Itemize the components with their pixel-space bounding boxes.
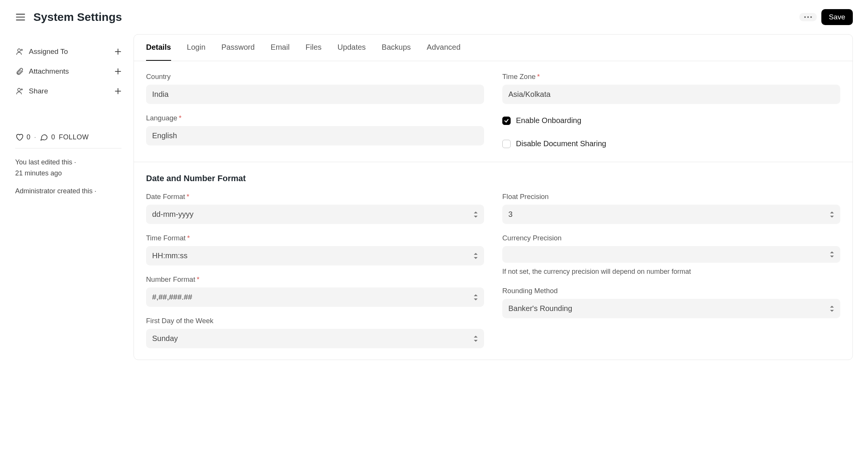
timezone-label: Time Zone* bbox=[502, 73, 840, 81]
field-language: Language* English bbox=[146, 114, 484, 145]
svg-marker-18 bbox=[474, 212, 478, 213]
plus-icon bbox=[115, 68, 121, 75]
language-label: Language* bbox=[146, 114, 484, 122]
svg-marker-30 bbox=[830, 306, 834, 308]
rounding-method-label: Rounding Method bbox=[502, 287, 840, 295]
currency-precision-select[interactable] bbox=[502, 246, 840, 263]
checkbox-label: Enable Onboarding bbox=[516, 116, 581, 125]
svg-marker-21 bbox=[474, 257, 478, 259]
first-day-select[interactable]: Sunday bbox=[146, 329, 484, 348]
follow-button[interactable]: FOLLOW bbox=[59, 133, 89, 141]
more-actions-button[interactable] bbox=[799, 13, 817, 21]
first-day-label: First Day of the Week bbox=[146, 317, 484, 325]
comment-button[interactable]: 0 bbox=[40, 133, 55, 141]
sidebar-item-label: Share bbox=[29, 87, 48, 95]
heart-icon bbox=[15, 133, 24, 141]
checkbox-label: Disable Document Sharing bbox=[516, 139, 606, 148]
sidebar-item-label: Attachments bbox=[29, 67, 69, 76]
date-format-label: Date Format* bbox=[146, 193, 484, 201]
svg-marker-19 bbox=[474, 216, 478, 218]
float-precision-label: Float Precision bbox=[502, 193, 840, 201]
svg-marker-29 bbox=[830, 256, 834, 257]
language-input[interactable]: English bbox=[146, 126, 484, 145]
svg-marker-26 bbox=[830, 212, 834, 213]
select-arrows-icon bbox=[473, 212, 478, 218]
hamburger-icon bbox=[16, 13, 25, 21]
menu-toggle-button[interactable] bbox=[15, 12, 26, 22]
field-number-format: Number Format* #,##,###.## bbox=[146, 275, 484, 307]
currency-precision-help: If not set, the currency precision will … bbox=[502, 267, 840, 277]
select-arrows-icon bbox=[830, 251, 834, 257]
last-edited-info: You last edited this · 21 minutes ago bbox=[15, 157, 121, 179]
page-title: System Settings bbox=[33, 11, 799, 24]
country-label: Country bbox=[146, 73, 484, 81]
tab-login[interactable]: Login bbox=[187, 35, 206, 61]
select-arrows-icon bbox=[830, 306, 834, 312]
tab-bar: Details Login Password Email Files Updat… bbox=[134, 35, 852, 61]
tab-email[interactable]: Email bbox=[270, 35, 289, 61]
currency-precision-label: Currency Precision bbox=[502, 234, 840, 242]
like-button[interactable]: 0 bbox=[15, 133, 30, 141]
checkbox-empty-icon bbox=[502, 140, 511, 148]
float-precision-select[interactable]: 3 bbox=[502, 205, 840, 224]
select-arrows-icon bbox=[830, 212, 834, 218]
section-title-date-number: Date and Number Format bbox=[146, 174, 840, 183]
field-currency-precision: Currency Precision If not set, the curre… bbox=[502, 234, 840, 277]
field-time-format: Time Format* HH:mm:ss bbox=[146, 234, 484, 265]
svg-point-3 bbox=[804, 16, 806, 18]
tab-files[interactable]: Files bbox=[305, 35, 321, 61]
svg-marker-23 bbox=[474, 298, 478, 300]
sidebar-item-label: Assigned To bbox=[29, 47, 68, 56]
country-input[interactable]: India bbox=[146, 85, 484, 104]
tab-backups[interactable]: Backups bbox=[382, 35, 411, 61]
svg-marker-25 bbox=[474, 340, 478, 342]
save-button[interactable]: Save bbox=[821, 9, 853, 25]
svg-marker-20 bbox=[474, 253, 478, 255]
svg-marker-24 bbox=[474, 336, 478, 338]
timezone-input[interactable]: Asia/Kolkata bbox=[502, 85, 840, 104]
paperclip-icon bbox=[15, 67, 24, 76]
time-format-label: Time Format* bbox=[146, 234, 484, 242]
share-icon bbox=[15, 87, 24, 96]
user-add-icon bbox=[15, 47, 24, 56]
svg-marker-28 bbox=[830, 251, 834, 253]
dots-horizontal-icon bbox=[804, 16, 812, 18]
field-rounding-method: Rounding Method Banker's Rounding bbox=[502, 287, 840, 318]
tab-advanced[interactable]: Advanced bbox=[427, 35, 461, 61]
separator: · bbox=[34, 133, 36, 141]
rounding-method-select[interactable]: Banker's Rounding bbox=[502, 299, 840, 318]
number-format-label: Number Format* bbox=[146, 275, 484, 284]
field-country: Country India bbox=[146, 73, 484, 104]
comment-count: 0 bbox=[51, 133, 55, 141]
main-panel: Details Login Password Email Files Updat… bbox=[134, 34, 853, 360]
time-format-select[interactable]: HH:mm:ss bbox=[146, 246, 484, 265]
plus-icon bbox=[115, 88, 121, 95]
sidebar-item-assigned-to[interactable]: Assigned To bbox=[15, 42, 121, 62]
sidebar-item-share[interactable]: Share bbox=[15, 81, 121, 101]
tab-details[interactable]: Details bbox=[146, 35, 171, 61]
plus-icon bbox=[115, 48, 121, 55]
sidebar: Assigned To Attachments Share bbox=[15, 34, 121, 360]
select-arrows-icon bbox=[473, 253, 478, 259]
like-count: 0 bbox=[27, 133, 30, 141]
select-arrows-icon bbox=[473, 294, 478, 300]
tab-updates[interactable]: Updates bbox=[338, 35, 366, 61]
svg-point-5 bbox=[810, 16, 812, 18]
svg-marker-31 bbox=[830, 310, 834, 312]
comment-icon bbox=[40, 133, 48, 141]
number-format-select[interactable]: #,##,###.## bbox=[146, 287, 484, 307]
created-info: Administrator created this · bbox=[15, 186, 121, 197]
date-format-select[interactable]: dd-mm-yyyy bbox=[146, 205, 484, 224]
svg-marker-27 bbox=[830, 216, 834, 218]
svg-point-13 bbox=[18, 88, 20, 91]
tab-password[interactable]: Password bbox=[222, 35, 255, 61]
svg-marker-22 bbox=[474, 294, 478, 296]
field-timezone: Time Zone* Asia/Kolkata bbox=[502, 73, 840, 104]
sidebar-item-attachments[interactable]: Attachments bbox=[15, 62, 121, 81]
disable-doc-sharing-checkbox[interactable]: Disable Document Sharing bbox=[502, 137, 840, 150]
svg-point-6 bbox=[18, 49, 20, 52]
social-bar: 0 · 0 FOLLOW bbox=[15, 124, 121, 148]
field-float-precision: Float Precision 3 bbox=[502, 193, 840, 224]
field-date-format: Date Format* dd-mm-yyyy bbox=[146, 193, 484, 224]
enable-onboarding-checkbox[interactable]: Enable Onboarding bbox=[502, 114, 840, 127]
